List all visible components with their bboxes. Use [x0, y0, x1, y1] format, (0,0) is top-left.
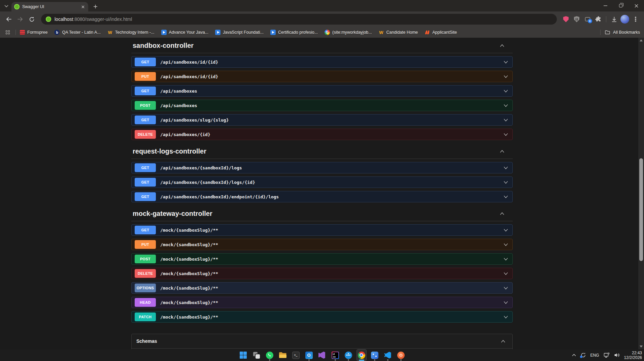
endpoint-row-put[interactable]: PUT /api/sandboxes/id/{id}	[131, 71, 513, 82]
expand-chevron-icon[interactable]	[503, 61, 508, 64]
scrollbar[interactable]	[638, 38, 644, 349]
endpoint-row-get[interactable]: GET /api/sandboxes/slug/{slug}	[131, 114, 513, 126]
endpoint-row-delete[interactable]: DELETE /api/sandboxes/{id}	[131, 129, 513, 140]
language-indicator[interactable]: ENG	[590, 353, 599, 358]
taskbar-dev-home-button[interactable]	[370, 349, 380, 361]
tab-search-chevron-icon[interactable]	[3, 3, 9, 9]
new-tab-button[interactable]	[91, 2, 100, 11]
chrome-icon	[358, 351, 365, 359]
taskbar-start-button[interactable]	[238, 349, 248, 361]
network-icon[interactable]	[604, 352, 610, 358]
endpoint-row-get[interactable]: GET /api/sandboxes/{sandboxId}/logs	[131, 162, 513, 173]
scroll-down-icon[interactable]	[640, 344, 643, 349]
taskbar-orange-app-button[interactable]	[396, 349, 406, 361]
expand-chevron-icon[interactable]	[503, 301, 508, 304]
collapse-chevron-icon[interactable]	[500, 44, 505, 47]
endpoint-row-get[interactable]: GET /api/sandboxes/{sandboxId}/logs/{id}	[131, 176, 513, 188]
tab-close-icon[interactable]	[80, 4, 86, 9]
profile-avatar[interactable]	[620, 14, 630, 24]
endpoint-path: /api/sandboxes/{sandboxId}/endpoint/{id}…	[160, 194, 503, 199]
apps-grid-icon[interactable]	[4, 27, 11, 37]
bookmark-formspree[interactable]: Formspree	[20, 30, 47, 35]
controller-header[interactable]: request-logs-controller	[131, 145, 513, 159]
expand-chevron-icon[interactable]	[503, 272, 508, 275]
taskbar-outlook-button[interactable]: O	[304, 349, 314, 361]
endpoint-row-put[interactable]: PUT /mock/{sandboxSlug}/**	[131, 239, 513, 250]
bookmark-advance-your-java[interactable]: Advance Your Java...	[161, 30, 208, 35]
endpoint-path: /mock/{sandboxSlug}/**	[160, 228, 503, 233]
schemas-header[interactable]: Schemas	[132, 334, 512, 349]
scrollbar-thumb[interactable]	[639, 158, 643, 261]
forward-button[interactable]	[15, 14, 26, 25]
downloads-icon[interactable]	[609, 14, 619, 24]
bookmark-certificado-profesio[interactable]: Certificado profesio...	[270, 30, 318, 35]
tray-chevron-up-icon[interactable]	[572, 354, 576, 356]
controller-header[interactable]: sandbox-controller	[131, 39, 513, 53]
endpoint-path: /api/sandboxes/{sandboxId}/logs	[160, 165, 503, 170]
bookmark-qa-tester-latin-a[interactable]: bQA Tester - Latin A...	[54, 30, 100, 35]
extensions-puzzle-icon[interactable]	[593, 14, 603, 24]
expand-chevron-icon[interactable]	[503, 104, 508, 107]
tab-manager-icon[interactable]	[582, 14, 592, 24]
endpoint-row-patch[interactable]: PATCH /mock/{sandboxSlug}/**	[131, 311, 513, 323]
expand-chevron-icon[interactable]	[503, 258, 508, 261]
expand-chevron-icon[interactable]	[503, 133, 508, 136]
endpoint-row-head[interactable]: HEAD /mock/{sandboxSlug}/**	[131, 297, 513, 308]
schemas-collapse-icon[interactable]	[501, 340, 506, 343]
taskbar-docker-button[interactable]	[343, 349, 353, 361]
close-button[interactable]	[629, 0, 644, 11]
update-sync-icon[interactable]	[580, 352, 586, 358]
expand-chevron-icon[interactable]	[503, 181, 508, 184]
expand-chevron-icon[interactable]	[503, 287, 508, 290]
running-indicator	[348, 359, 349, 361]
bookmark-javascript-foundati[interactable]: JavaScript Foundati...	[215, 30, 264, 35]
endpoint-row-post[interactable]: POST /mock/{sandboxSlug}/**	[131, 253, 513, 265]
expand-chevron-icon[interactable]	[503, 229, 508, 232]
taskbar-intellij-idea-button[interactable]: IJ	[330, 349, 340, 361]
browser-tab[interactable]: Swagger UI	[11, 2, 88, 11]
scroll-up-icon[interactable]	[640, 38, 643, 43]
bookmark-candidate-home[interactable]: WCandidate Home	[378, 30, 418, 35]
reload-button[interactable]	[26, 14, 37, 25]
bookmark-applicantsite[interactable]: ApplicantSite	[425, 30, 457, 35]
collapse-chevron-icon[interactable]	[500, 212, 505, 215]
endpoint-path: /api/sandboxes/{id}	[160, 132, 503, 137]
endpoint-row-get[interactable]: GET /mock/{sandboxSlug}/**	[131, 224, 513, 236]
expand-chevron-icon[interactable]	[503, 243, 508, 246]
menu-kebab-icon[interactable]	[631, 14, 641, 24]
expand-chevron-icon[interactable]	[503, 90, 508, 93]
bookmark-technology-intern[interactable]: WTechnology Intern -...	[107, 30, 155, 35]
endpoint-row-get[interactable]: GET /api/sandboxes/{sandboxId}/endpoint/…	[131, 191, 513, 202]
endpoint-row-options[interactable]: OPTIONS /mock/{sandboxSlug}/**	[131, 282, 513, 294]
expand-chevron-icon[interactable]	[503, 119, 508, 122]
taskbar-chrome-button[interactable]	[357, 349, 367, 361]
expand-chevron-icon[interactable]	[503, 166, 508, 169]
expand-chevron-icon[interactable]	[503, 316, 508, 319]
endpoint-row-get[interactable]: GET /api/sandboxes	[131, 85, 513, 97]
restore-button[interactable]	[613, 0, 629, 11]
method-badge: GET	[135, 226, 156, 234]
paused-shield-icon[interactable]	[572, 14, 582, 24]
endpoint-row-post[interactable]: POST /api/sandboxes	[131, 100, 513, 111]
back-button[interactable]	[3, 14, 14, 25]
volume-icon[interactable]	[614, 353, 620, 358]
endpoint-row-delete[interactable]: DELETE /mock/{sandboxSlug}/**	[131, 268, 513, 279]
minimize-button[interactable]	[598, 0, 613, 11]
controller-header[interactable]: mock-gateway-controller	[131, 207, 513, 221]
folder-icon	[605, 30, 610, 35]
collapse-chevron-icon[interactable]	[500, 150, 505, 153]
taskbar-whatsapp-button[interactable]	[265, 349, 275, 361]
taskbar-clock[interactable]: 22:43 12/2/2026	[624, 351, 642, 360]
expand-chevron-icon[interactable]	[503, 195, 508, 198]
bookmark-site-myworkdayjob[interactable]: G(site:myworkdayjob...	[325, 30, 372, 35]
taskbar-vscode-button[interactable]	[383, 349, 393, 361]
taskbar-task-view-button[interactable]	[251, 349, 262, 361]
taskbar-terminal-button[interactable]: >_	[291, 349, 301, 361]
endpoint-row-get[interactable]: GET /api/sandboxes/id/{id}	[131, 56, 513, 68]
taskbar-visual-studio-button[interactable]	[317, 349, 327, 361]
all-bookmarks-button[interactable]: All Bookmarks	[605, 30, 640, 35]
taskbar-file-explorer-button[interactable]	[278, 349, 288, 361]
expand-chevron-icon[interactable]	[503, 75, 508, 78]
address-bar[interactable]: localhost:8080/swagger-ui/index.html	[41, 14, 557, 25]
ublock-shield-icon[interactable]	[561, 14, 571, 24]
